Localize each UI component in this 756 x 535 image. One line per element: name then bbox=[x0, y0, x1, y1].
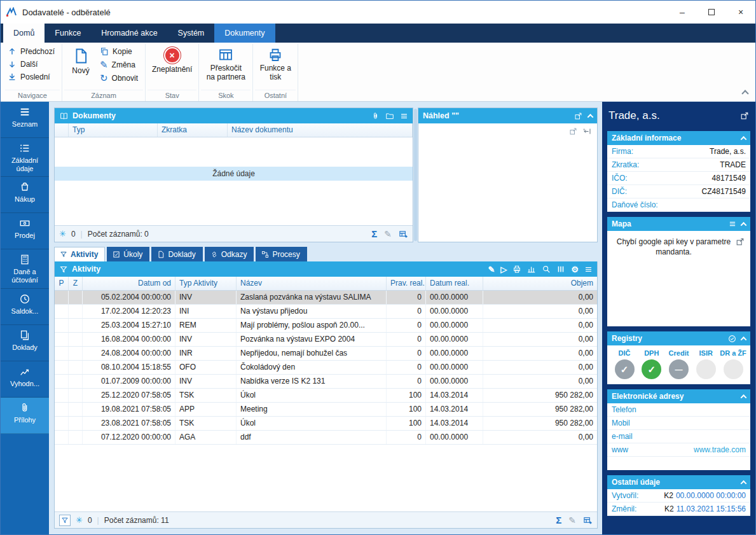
functions-print-button[interactable]: Funkce a tisk bbox=[255, 44, 296, 83]
fit-width-icon[interactable] bbox=[582, 127, 592, 135]
tab-ukoly[interactable]: Úkoly bbox=[107, 247, 149, 261]
sidebar-item-zakladni-udaje[interactable]: Základní údaje bbox=[1, 138, 49, 177]
paperclip-icon[interactable] bbox=[371, 112, 380, 120]
activity-row[interactable]: 19.08.2021 07:58:05 APP Meeting 100 14.0… bbox=[55, 403, 597, 417]
printer-icon[interactable] bbox=[512, 265, 521, 274]
tab-aktivity[interactable]: Aktivity bbox=[54, 247, 105, 261]
activity-row[interactable]: 08.10.2004 15:18:55 OFO Čokoládový den 0… bbox=[55, 361, 597, 375]
registry-status-icon[interactable] bbox=[615, 359, 635, 379]
columns-icon[interactable] bbox=[556, 265, 565, 274]
activity-row[interactable]: 25.12.2020 07:58:05 TSK Úkol 100 14.03.2… bbox=[55, 389, 597, 403]
play-icon[interactable]: ▷ bbox=[500, 265, 507, 274]
edit-icon[interactable]: ✎ bbox=[568, 515, 576, 525]
check-circle-icon[interactable] bbox=[728, 335, 736, 343]
eaddresses-header[interactable]: Elektronické adresy bbox=[607, 389, 750, 403]
documents-body[interactable]: Žádné údaje bbox=[55, 137, 413, 225]
change-button[interactable]: ✎ Změna bbox=[97, 58, 143, 71]
registry-status-icon[interactable] bbox=[642, 359, 661, 379]
column-typ[interactable]: Typ bbox=[69, 123, 158, 137]
open-external-icon[interactable] bbox=[740, 111, 749, 120]
next-button[interactable]: Další bbox=[5, 58, 60, 71]
last-button[interactable]: Poslední bbox=[5, 71, 60, 83]
activity-row[interactable]: 23.08.2021 07:58:05 TSK Úkol 100 14.03.2… bbox=[55, 417, 597, 431]
edit-icon[interactable]: ✎ bbox=[488, 265, 495, 274]
activity-row[interactable]: 07.12.2020 00:00:00 AGA ddf 0 00.00.0000… bbox=[55, 431, 597, 445]
ribbon-tab-system[interactable]: Systém bbox=[168, 24, 215, 43]
sidebar-item-dane-a-uctovani[interactable]: Daně a účtování bbox=[1, 249, 49, 288]
ribbon-tab-funkce[interactable]: Funkce bbox=[45, 24, 91, 43]
refresh-button[interactable]: ↻ Obnovit bbox=[97, 71, 143, 85]
snowflake-icon[interactable]: ✳ bbox=[59, 229, 66, 239]
other-info-header[interactable]: Ostatní údaje bbox=[607, 475, 750, 489]
activity-row[interactable]: 25.03.2004 15:27:10 REM Mají problémy, p… bbox=[55, 319, 597, 333]
registry-status-icon[interactable] bbox=[696, 359, 716, 379]
ribbon-tab-dokumenty[interactable]: Dokumenty bbox=[214, 24, 275, 43]
chevron-up-icon[interactable] bbox=[741, 221, 747, 228]
open-external-icon[interactable] bbox=[574, 112, 582, 120]
menu-icon[interactable] bbox=[400, 112, 408, 120]
gear-icon[interactable]: ⚙ bbox=[571, 265, 579, 274]
activity-row[interactable]: 01.07.2009 00:00:00 INV Nabídka verze IS… bbox=[55, 375, 597, 389]
sidebar-item-saldokonta[interactable]: Saldok... bbox=[1, 289, 49, 325]
edit-icon[interactable]: ✎ bbox=[384, 229, 392, 239]
chevron-up-icon[interactable] bbox=[741, 480, 747, 486]
sidebar-item-prilohy[interactable]: Přílohy bbox=[1, 398, 49, 434]
close-button[interactable]: × bbox=[726, 1, 755, 24]
column-objem[interactable]: Objem bbox=[483, 277, 597, 290]
column-z[interactable]: Z bbox=[69, 277, 83, 290]
column-datum-od[interactable]: Datum od bbox=[83, 277, 175, 290]
folder-icon[interactable] bbox=[385, 112, 394, 120]
column-zkratka[interactable]: Zkratka bbox=[158, 123, 228, 137]
menu-icon[interactable] bbox=[584, 265, 593, 274]
sidebar-item-prodej[interactable]: Prodej bbox=[1, 213, 49, 249]
jump-to-partner-button[interactable]: Přeskočit na partnera bbox=[201, 44, 251, 83]
tab-procesy[interactable]: Procesy bbox=[256, 247, 306, 261]
grid-settings-icon[interactable] bbox=[399, 229, 408, 239]
tab-odkazy[interactable]: Odkazy bbox=[205, 247, 254, 261]
previous-button[interactable]: Předchozí bbox=[5, 45, 60, 58]
sidebar-item-nakup[interactable]: Nákup bbox=[1, 177, 49, 213]
sidebar-item-seznam[interactable]: Seznam bbox=[1, 102, 49, 138]
grid-settings-icon[interactable] bbox=[583, 515, 593, 525]
filter-toggle[interactable] bbox=[59, 515, 71, 526]
column-nazev-dokumentu[interactable]: Název dokumentu bbox=[228, 123, 413, 137]
new-button[interactable]: Nový bbox=[64, 44, 97, 77]
activity-row[interactable]: 24.08.2004 00:00:00 INR Nepřijedou, nema… bbox=[55, 347, 597, 361]
ribbon-tab-domu[interactable]: Domů bbox=[3, 24, 45, 43]
search-icon[interactable] bbox=[542, 265, 551, 274]
chevron-up-icon[interactable] bbox=[741, 336, 747, 342]
activity-row[interactable]: 17.02.2004 12:20:23 INI Na výstavu přije… bbox=[55, 305, 597, 319]
map-header[interactable]: Mapa bbox=[607, 217, 750, 231]
column-datum-real[interactable]: Datum real. bbox=[426, 277, 483, 290]
menu-icon[interactable] bbox=[729, 220, 736, 228]
invalidate-button[interactable]: × Zneplatnění bbox=[148, 44, 196, 76]
activity-row[interactable]: 16.08.2004 00:00:00 INV Pozvánka na výst… bbox=[55, 333, 597, 347]
chevron-up-icon[interactable] bbox=[741, 135, 747, 142]
registry-status-icon[interactable] bbox=[669, 359, 689, 379]
chevron-up-icon[interactable] bbox=[741, 394, 747, 400]
tab-doklady[interactable]: Doklady bbox=[151, 247, 202, 261]
column-typ-aktivity[interactable]: Typ Aktivity bbox=[175, 277, 237, 290]
column-nazev[interactable]: Název bbox=[237, 277, 387, 290]
eaddress-value[interactable]: www.trade.com bbox=[694, 445, 746, 454]
preview-body[interactable] bbox=[418, 123, 597, 242]
registry-header[interactable]: Registry bbox=[607, 331, 750, 345]
column-p[interactable]: P bbox=[55, 277, 69, 290]
ribbon-collapse-icon[interactable] bbox=[741, 90, 748, 97]
open-external-icon[interactable] bbox=[569, 127, 577, 135]
sum-icon[interactable]: Σ bbox=[371, 228, 377, 239]
sidebar-item-vyhodnoceni[interactable]: Vyhodn... bbox=[1, 361, 49, 398]
maximize-button[interactable] bbox=[697, 1, 726, 24]
sum-icon[interactable]: Σ bbox=[556, 515, 561, 525]
basic-info-header[interactable]: Základní informace bbox=[607, 131, 750, 145]
open-external-icon[interactable] bbox=[736, 237, 745, 246]
sidebar-item-doklady[interactable]: Doklady bbox=[1, 325, 49, 361]
registry-status-icon[interactable] bbox=[724, 359, 743, 379]
minimize-button[interactable]: – bbox=[668, 1, 697, 24]
ribbon-tab-hromadne-akce[interactable]: Hromadné akce bbox=[91, 24, 167, 43]
snowflake-icon[interactable]: ✳ bbox=[76, 515, 83, 525]
copy-button[interactable]: Kopie bbox=[97, 45, 143, 58]
column-prav-real[interactable]: Prav. real. bbox=[387, 277, 426, 290]
bar-chart-icon[interactable] bbox=[527, 265, 536, 274]
collapse-panel-icon[interactable] bbox=[588, 113, 594, 120]
